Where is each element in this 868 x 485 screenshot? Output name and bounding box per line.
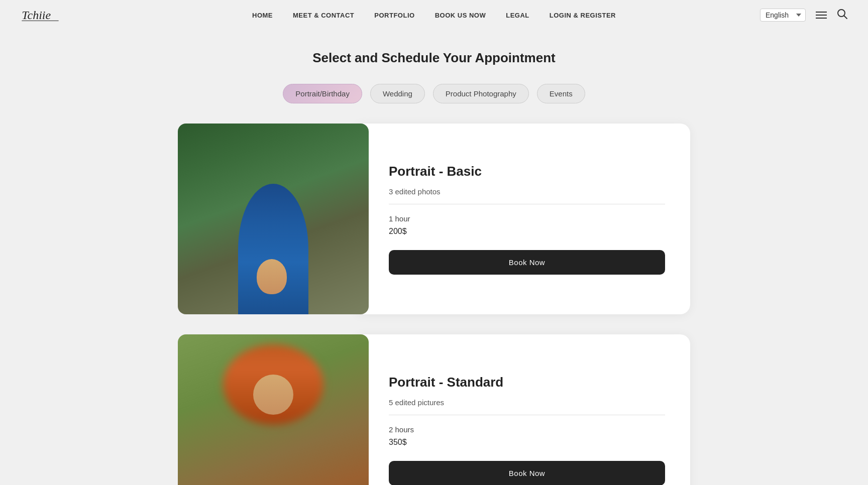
package-standard-name: Portrait - Standard	[389, 375, 665, 390]
nav-item-home[interactable]: HOME	[252, 12, 273, 19]
main-content: Select and Schedule Your Appointment Por…	[0, 30, 868, 485]
hamburger-menu-icon[interactable]	[814, 10, 829, 21]
package-basic-duration: 1 hour	[389, 214, 665, 223]
logo[interactable]: Tchiie	[20, 2, 60, 29]
header: Tchiie HOME MEET & CONTACT PORTFOLIO BOO…	[0, 0, 868, 30]
tab-portrait-birthday[interactable]: Portrait/Birthday	[283, 84, 362, 103]
package-standard-subtitle: 5 edited pictures	[389, 398, 665, 407]
nav-item-meet[interactable]: MEET & CONTACT	[293, 12, 354, 19]
package-portrait-basic: Portrait - Basic 3 edited photos 1 hour …	[178, 124, 690, 314]
package-portrait-basic-image	[178, 124, 369, 314]
package-basic-subtitle: 3 edited photos	[389, 187, 665, 196]
svg-line-3	[844, 16, 847, 19]
package-basic-price: 200$	[389, 227, 665, 236]
book-now-basic-button[interactable]: Book Now	[389, 250, 665, 275]
package-portrait-standard-info: Portrait - Standard 5 edited pictures 2 …	[354, 334, 690, 485]
package-basic-name: Portrait - Basic	[389, 164, 665, 179]
nav-item-login[interactable]: LOGIN & REGISTER	[550, 12, 616, 19]
search-icon[interactable]	[837, 9, 848, 22]
main-nav: HOME MEET & CONTACT PORTFOLIO BOOK US NO…	[252, 12, 616, 19]
package-standard-divider	[389, 415, 665, 415]
package-basic-divider	[389, 204, 665, 204]
tab-product-photography[interactable]: Product Photography	[433, 84, 529, 103]
nav-item-legal[interactable]: LEGAL	[506, 12, 529, 19]
tab-events[interactable]: Events	[537, 84, 585, 103]
packages-list: Portrait - Basic 3 edited photos 1 hour …	[158, 124, 710, 485]
package-portrait-standard: Portrait - Standard 5 edited pictures 2 …	[178, 334, 690, 485]
svg-text:Tchiie: Tchiie	[22, 9, 51, 22]
page-title: Select and Schedule Your Appointment	[0, 50, 868, 66]
book-now-standard-button[interactable]: Book Now	[389, 461, 665, 486]
tab-wedding[interactable]: Wedding	[370, 84, 425, 103]
nav-item-book[interactable]: BOOK US NOW	[435, 12, 486, 19]
header-right: English French Spanish	[760, 9, 848, 22]
package-portrait-basic-info: Portrait - Basic 3 edited photos 1 hour …	[354, 124, 690, 314]
category-tabs: Portrait/Birthday Wedding Product Photog…	[0, 84, 868, 103]
package-standard-price: 350$	[389, 438, 665, 447]
nav-item-portfolio[interactable]: PORTFOLIO	[374, 12, 414, 19]
package-portrait-standard-image	[178, 334, 369, 485]
language-selector[interactable]: English French Spanish	[760, 9, 806, 22]
package-standard-duration: 2 hours	[389, 425, 665, 434]
